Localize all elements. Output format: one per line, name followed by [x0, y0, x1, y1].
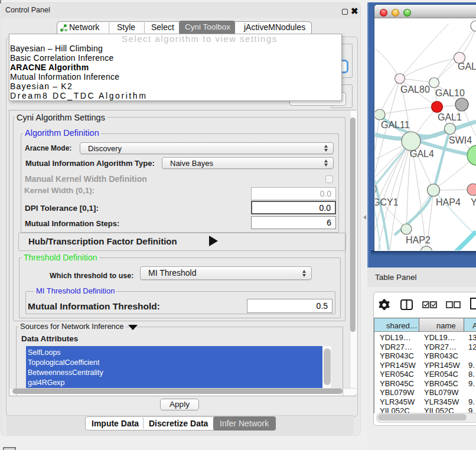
svg-text:GAL4: GAL4	[410, 149, 434, 159]
svg-text:GAL7: GAL7	[458, 61, 476, 71]
svg-text:YEL: YEL	[471, 197, 476, 207]
svg-text:HAP2: HAP2	[406, 235, 431, 245]
svg-text:GAL10: GAL10	[435, 88, 465, 98]
svg-text:GAL11: GAL11	[381, 120, 410, 130]
svg-text:GAL80: GAL80	[400, 84, 430, 94]
svg-text:GAL1: GAL1	[438, 112, 462, 122]
svg-text:SWI4: SWI4	[449, 135, 472, 145]
svg-text:HAP4: HAP4	[436, 197, 461, 207]
svg-text:GCY1: GCY1	[375, 197, 399, 207]
